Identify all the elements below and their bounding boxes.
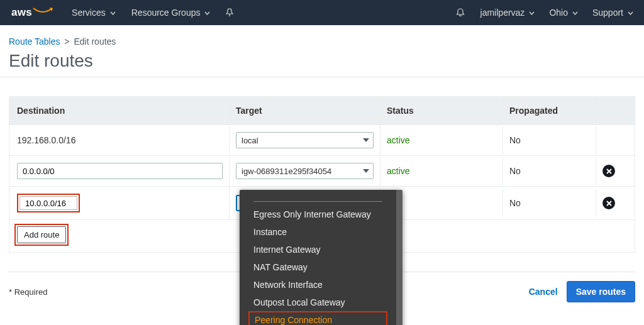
destination-input[interactable] xyxy=(19,196,77,210)
remove-route-button[interactable] xyxy=(602,197,615,209)
target-value: local xyxy=(242,136,258,145)
nav-support-label: Support xyxy=(592,8,623,18)
target-select[interactable]: igw-0689311e295f34054 xyxy=(236,163,374,179)
cancel-button[interactable]: Cancel xyxy=(529,287,558,297)
col-target: Target xyxy=(230,97,380,124)
table-row: 192.168.0.0/16 local active No xyxy=(9,124,635,155)
aws-smile-icon xyxy=(33,6,53,16)
menu-item-instance[interactable]: Instance xyxy=(240,223,396,241)
save-routes-button[interactable]: Save routes xyxy=(567,281,635,302)
cell-status: active xyxy=(380,157,503,185)
menu-item-outpost-local-gateway[interactable]: Outpost Local Gateway xyxy=(240,294,396,302)
breadcrumb-route-tables[interactable]: Route Tables xyxy=(9,36,60,47)
nav-user-label: jamilpervaz xyxy=(480,8,525,18)
nav-user-menu[interactable]: jamilpervaz xyxy=(480,8,535,18)
breadcrumb-current: Edit routes xyxy=(74,36,116,47)
chevron-down-icon xyxy=(628,11,633,14)
nav-resource-groups[interactable]: Resource Groups xyxy=(131,8,210,18)
propagated-value: No xyxy=(509,166,521,176)
cell-destination: 192.168.0.0/16 xyxy=(9,126,230,154)
chevron-down-icon xyxy=(204,11,209,14)
menu-item-nat-gateway[interactable]: NAT Gateway xyxy=(240,258,396,276)
cell-propagated: No xyxy=(503,126,596,154)
nav-pin[interactable] xyxy=(226,8,233,17)
cell-actions xyxy=(596,189,628,217)
chevron-down-icon xyxy=(572,11,577,14)
table-header-row: Destination Target Status Propagated xyxy=(9,97,635,124)
nav-support-menu[interactable]: Support xyxy=(592,8,633,18)
nav-region-label: Ohio xyxy=(549,8,568,18)
required-hint: * Required xyxy=(9,287,47,297)
add-route-highlight: Add route xyxy=(14,224,69,246)
menu-item-internet-gateway[interactable]: Internet Gateway xyxy=(240,241,396,258)
propagated-value: No xyxy=(509,198,521,208)
chevron-down-icon xyxy=(363,138,369,142)
cell-destination xyxy=(9,187,230,219)
bell-icon xyxy=(455,8,465,18)
page-title: Edit routes xyxy=(0,47,644,77)
col-propagated: Propagated xyxy=(503,97,596,124)
menu-divider xyxy=(253,201,382,202)
table-row: igw-0689311e295f34054 active No xyxy=(9,155,635,186)
chevron-down-icon xyxy=(110,11,115,14)
col-actions xyxy=(596,97,628,124)
col-status: Status xyxy=(380,97,503,124)
menu-item-network-interface[interactable]: Network Interface xyxy=(240,276,396,294)
cell-target: igw-0689311e295f34054 xyxy=(230,156,380,186)
propagated-value: No xyxy=(509,135,521,145)
cell-destination xyxy=(9,156,230,186)
breadcrumb-separator: > xyxy=(62,36,71,47)
status-value: active xyxy=(387,135,410,145)
nav-resource-groups-label: Resource Groups xyxy=(131,8,201,18)
add-route-button[interactable]: Add route xyxy=(17,226,66,243)
target-value: igw-0689311e295f34054 xyxy=(242,167,331,176)
cell-propagated: No xyxy=(503,157,596,185)
cell-target: local xyxy=(230,125,380,155)
top-nav: aws Services Resource Groups jamilpervaz xyxy=(0,0,644,25)
chevron-down-icon xyxy=(363,169,369,173)
menu-item-egress-only-igw[interactable]: Egress Only Internet Gateway xyxy=(240,206,396,223)
breadcrumb: Route Tables > Edit routes xyxy=(0,25,644,47)
col-destination: Destination xyxy=(9,97,230,124)
target-type-menu: Egress Only Internet Gateway Instance In… xyxy=(240,190,402,302)
nav-services-label: Services xyxy=(72,8,106,18)
destination-input[interactable] xyxy=(17,163,223,179)
cell-actions xyxy=(596,126,628,154)
remove-route-button[interactable] xyxy=(602,165,615,177)
cell-status: active xyxy=(380,126,503,154)
destination-highlight xyxy=(17,194,80,212)
target-select[interactable]: local xyxy=(236,132,374,148)
aws-logo[interactable]: aws xyxy=(11,6,53,19)
aws-logo-text: aws xyxy=(11,6,32,19)
cell-propagated: No xyxy=(503,189,596,217)
pin-icon xyxy=(226,8,233,17)
nav-services[interactable]: Services xyxy=(72,8,115,18)
cell-actions xyxy=(596,157,628,185)
destination-value: 192.168.0.0/16 xyxy=(17,135,75,145)
status-value: active xyxy=(387,166,410,176)
nav-region-menu[interactable]: Ohio xyxy=(549,8,577,18)
chevron-down-icon xyxy=(529,11,534,14)
nav-notifications[interactable] xyxy=(455,8,465,18)
